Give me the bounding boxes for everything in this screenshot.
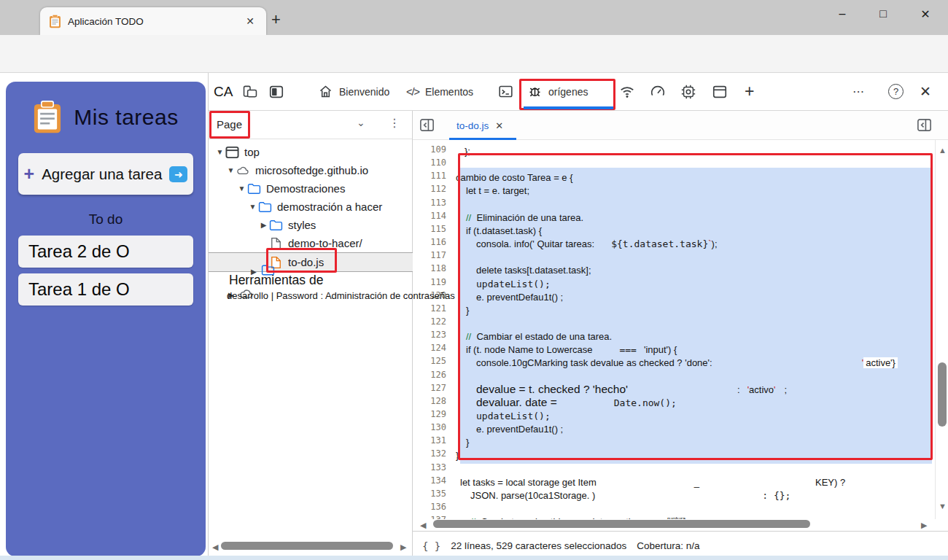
window-close-button[interactable]: ✕: [913, 7, 938, 21]
tree-item-label: to-do.js: [288, 256, 324, 268]
line-number[interactable]: 114: [430, 211, 446, 224]
code-segment: Cambiar el estado de una tarea.: [471, 331, 612, 342]
browser-toolbar: ← ⟳ microsoftedge.github.io/Demos/demo-t…: [0, 35, 948, 73]
window-minimize-button[interactable]: –: [830, 7, 855, 20]
tree-arrow-icon[interactable]: ▼: [247, 203, 258, 211]
tree-arrow-icon[interactable]: ▼: [214, 148, 225, 156]
line-number[interactable]: 129: [430, 409, 446, 422]
tree-item-styles[interactable]: ▶styles: [209, 216, 413, 234]
devtools-tab-origenes[interactable]: orígenes: [527, 73, 588, 110]
devtools-close-button[interactable]: ✕: [920, 73, 931, 110]
devtools-tab-consola[interactable]: [498, 73, 513, 110]
editor-vertical-scrollbar[interactable]: ▲ ▼: [935, 140, 948, 519]
code-segment: if (t. node Name to Lowercase: [466, 344, 592, 355]
tree-item-label: Demostraciones: [266, 182, 345, 195]
line-number[interactable]: 119: [430, 277, 446, 290]
line-number[interactable]: 130: [430, 422, 446, 435]
scroll-left-icon[interactable]: ◀: [212, 542, 218, 552]
line-number[interactable]: 122: [430, 316, 446, 330]
code-segment: Eliminación de una tarea.: [471, 212, 583, 223]
tree-horizontal-scrollbar[interactable]: ◀ ▶: [209, 540, 413, 556]
devtools-help-button[interactable]: ?: [888, 73, 904, 110]
code-line: }: [454, 435, 469, 448]
editor-hscroll-thumb[interactable]: [433, 520, 810, 528]
line-number[interactable]: 128: [430, 396, 446, 409]
line-number[interactable]: 136: [430, 502, 446, 515]
application-button[interactable]: [680, 73, 696, 110]
tree-item-demo-to-hacer-[interactable]: demo-to-hacer/: [209, 234, 413, 252]
pretty-print-icon[interactable]: { }: [422, 540, 440, 552]
performance-button[interactable]: [650, 73, 666, 110]
network-conditions-button[interactable]: [619, 73, 635, 110]
tree-arrow-icon[interactable]: ▼: [225, 166, 236, 174]
wifi-icon: [619, 84, 635, 100]
code-segment: }: [466, 437, 469, 448]
task-item[interactable]: Tarea 2 de O: [18, 236, 193, 268]
line-number[interactable]: 124: [430, 343, 446, 356]
code-area[interactable]: 1091101111121131141151161171181191201211…: [413, 140, 948, 519]
scroll-right-icon[interactable]: ▶: [400, 542, 406, 552]
tree-arrow-icon[interactable]: ▼: [236, 184, 247, 192]
page-panel-label[interactable]: Page: [217, 118, 242, 131]
tree-item-demostraciones[interactable]: ▼Demostraciones: [209, 179, 413, 198]
editor-vscroll-thumb[interactable]: [938, 362, 947, 427]
code-icon: </>: [406, 86, 419, 98]
kebab-menu-icon[interactable]: ⋮: [389, 116, 400, 130]
scroll-right-icon[interactable]: ▶: [921, 521, 927, 530]
line-number[interactable]: 137: [430, 515, 446, 519]
line-number[interactable]: 127: [430, 383, 446, 396]
line-number[interactable]: 131: [430, 435, 446, 448]
line-number[interactable]: 111: [430, 171, 446, 184]
line-number[interactable]: 116: [430, 237, 446, 250]
task-item[interactable]: Tarea 1 de O: [18, 273, 193, 306]
line-number[interactable]: 113: [430, 198, 446, 211]
todo-app-panel: Mis tareas + Agregar una tarea ➜ To do T…: [6, 82, 206, 556]
new-tab-button[interactable]: +: [271, 10, 281, 29]
line-number[interactable]: 110: [430, 158, 446, 171]
editor-tab-close-icon[interactable]: ✕: [495, 120, 503, 131]
window-maximize-button[interactable]: □: [871, 7, 895, 20]
line-number[interactable]: 117: [430, 250, 446, 263]
code-segment: ruptura: [667, 516, 685, 519]
line-number[interactable]: 133: [430, 462, 446, 475]
line-number[interactable]: 125: [430, 356, 446, 369]
scroll-left-icon[interactable]: ◀: [420, 521, 426, 530]
code-line: // Combate en bastidor con datos antiguo…: [454, 515, 685, 519]
tab-close-icon[interactable]: ✕: [243, 14, 257, 28]
devtools-menu-button[interactable]: ⋯: [852, 73, 865, 110]
tree-item-top[interactable]: ▼top: [209, 143, 413, 161]
browser-tab[interactable]: Aplicación TODO ✕: [40, 7, 266, 35]
layout-button[interactable]: [712, 73, 728, 110]
tree-scrollbar-thumb[interactable]: [221, 542, 393, 550]
editor-file-tab[interactable]: to-do.js ✕: [449, 111, 510, 140]
code-segment: let tasks = local storage get Item: [460, 477, 597, 488]
scroll-down-icon[interactable]: ▼: [939, 502, 947, 510]
line-number[interactable]: 118: [430, 263, 446, 276]
scroll-up-icon[interactable]: ▲: [939, 146, 947, 155]
code-line: let tasks = local storage get Item_KEY) …: [454, 475, 845, 489]
tree-arrow-icon[interactable]: ▶: [258, 221, 269, 229]
line-number[interactable]: 126: [430, 370, 446, 383]
debugger-toggle-icon[interactable]: [916, 117, 933, 133]
navigator-toggle-icon[interactable]: [419, 117, 435, 133]
tree-item-demostraci-n-a-hacer[interactable]: ▼demostración a hacer: [209, 198, 413, 216]
line-number[interactable]: 115: [430, 224, 446, 237]
bug-icon: [527, 84, 543, 99]
line-number[interactable]: 135: [430, 489, 446, 502]
tree-item-to-do-js[interactable]: to-do.js: [209, 252, 413, 272]
line-number[interactable]: 112: [430, 184, 446, 197]
line-number[interactable]: 132: [430, 448, 446, 462]
line-number[interactable]: 121: [430, 303, 446, 316]
devtools-tab-elementos[interactable]: </>Elementos: [406, 73, 473, 110]
chevron-down-icon[interactable]: ⌄: [357, 117, 365, 128]
tree-item-microsoftedge-github-io[interactable]: ▼microsoftedge.github.io: [209, 161, 413, 179]
line-number[interactable]: 109: [430, 144, 446, 158]
devtools-tab-bienvenido[interactable]: Bienvenido: [318, 73, 389, 110]
line-number[interactable]: 123: [430, 330, 446, 343]
code-line: // Eliminación de una tarea.: [454, 211, 583, 224]
devtools-tabs: Bienvenido</>Elementosorígenes: [209, 73, 948, 110]
line-number[interactable]: 134: [430, 475, 446, 489]
code-segment: if (t.dataset.task) {: [466, 225, 542, 236]
add-task-button[interactable]: + Agregar una tarea ➜: [18, 153, 193, 195]
more-tabs-button[interactable]: +: [745, 73, 754, 110]
